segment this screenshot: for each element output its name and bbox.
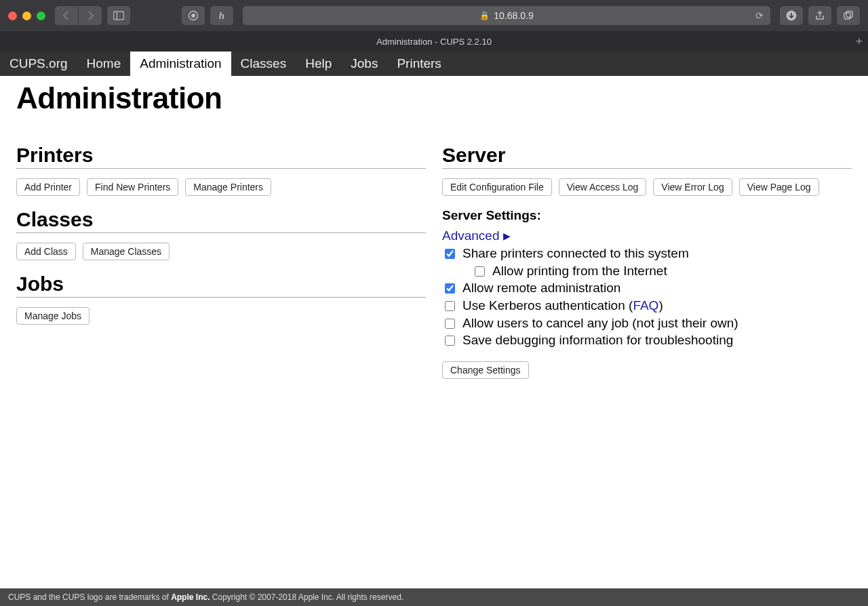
setting-allow-internet-printing[interactable]: Allow printing from the Internet [472, 262, 852, 280]
lock-icon: 🔒 [479, 11, 490, 20]
setting-cancel-any-job[interactable]: Allow users to cancel any job (not just … [442, 315, 852, 332]
new-tab-button[interactable]: + [855, 35, 863, 47]
privacy-report-button[interactable] [182, 6, 205, 25]
edit-configuration-button[interactable]: Edit Configuration File [442, 178, 552, 196]
add-class-button[interactable]: Add Class [16, 243, 76, 260]
printers-heading: Printers [16, 144, 426, 169]
jobs-heading: Jobs [16, 272, 426, 298]
view-error-log-button[interactable]: View Error Log [653, 178, 732, 196]
checkbox-cancel-any-job[interactable] [445, 319, 455, 329]
manage-jobs-button[interactable]: Manage Jobs [16, 307, 90, 325]
forward-button[interactable] [79, 6, 102, 25]
manage-printers-button[interactable]: Manage Printers [185, 178, 271, 196]
tab-title[interactable]: Administration - CUPS 2.2.10 [376, 37, 492, 47]
server-settings-heading: Server Settings: [442, 208, 852, 223]
svg-rect-6 [846, 12, 852, 18]
nav-administration[interactable]: Administration [130, 52, 231, 76]
cups-nav: CUPS.org Home Administration Classes Hel… [0, 52, 868, 76]
window-close-button[interactable] [8, 12, 17, 20]
advanced-toggle[interactable]: Advanced ▶ [442, 228, 511, 243]
window-controls [8, 12, 45, 20]
window-minimize-button[interactable] [22, 12, 31, 20]
nav-cups-org[interactable]: CUPS.org [0, 52, 77, 76]
back-button[interactable] [55, 6, 78, 25]
footer: CUPS and the CUPS logo are trademarks of… [0, 588, 868, 606]
nav-help[interactable]: Help [296, 52, 341, 76]
svg-rect-5 [844, 13, 850, 19]
setting-save-debug-info[interactable]: Save debugging information for troublesh… [442, 331, 852, 349]
server-settings-list: Share printers connected to this system … [442, 245, 852, 349]
find-new-printers-button[interactable]: Find New Printers [87, 178, 178, 196]
sidebar-toggle-button[interactable] [107, 6, 130, 25]
svg-point-3 [192, 14, 195, 18]
window-zoom-button[interactable] [37, 12, 45, 20]
svg-rect-0 [113, 12, 123, 20]
nav-classes[interactable]: Classes [231, 52, 296, 76]
url-host: 10.68.0.9 [494, 10, 533, 21]
kerberos-faq-link[interactable]: FAQ [633, 298, 658, 312]
address-bar[interactable]: 🔒 10.68.0.9 ⟳ [243, 6, 770, 25]
change-settings-button[interactable]: Change Settings [442, 361, 529, 379]
setting-kerberos-auth[interactable]: Use Kerberos authentication (FAQ) [442, 297, 852, 315]
setting-allow-remote-admin[interactable]: Allow remote administration [442, 279, 852, 297]
downloads-button[interactable] [780, 6, 803, 25]
checkbox-allow-remote-admin[interactable] [445, 283, 455, 294]
left-column: Printers Add Printer Find New Printers M… [16, 144, 426, 379]
nav-back-forward-group [55, 6, 102, 25]
page-title: Administration [0, 81, 868, 115]
view-page-log-button[interactable]: View Page Log [739, 178, 819, 196]
server-heading: Server [442, 144, 852, 169]
browser-toolbar: h 🔒 10.68.0.9 ⟳ [0, 0, 868, 31]
setting-share-printers[interactable]: Share printers connected to this system [442, 245, 852, 262]
checkbox-kerberos-auth[interactable] [445, 301, 455, 311]
checkbox-allow-internet-printing[interactable] [475, 266, 485, 277]
share-button[interactable] [808, 6, 831, 25]
triangle-right-icon: ▶ [503, 230, 511, 241]
checkbox-save-debug-info[interactable] [445, 336, 455, 346]
tab-strip: Administration - CUPS 2.2.10 + [0, 31, 868, 52]
nav-home[interactable]: Home [77, 52, 131, 76]
view-access-log-button[interactable]: View Access Log [559, 178, 647, 196]
right-column: Server Edit Configuration File View Acce… [442, 144, 852, 379]
tabs-button[interactable] [837, 6, 860, 25]
reload-icon[interactable]: ⟳ [755, 10, 764, 21]
checkbox-share-printers[interactable] [445, 249, 455, 259]
add-printer-button[interactable]: Add Printer [16, 178, 80, 196]
classes-heading: Classes [16, 208, 426, 233]
nav-printers[interactable]: Printers [387, 52, 450, 76]
extension-button[interactable]: h [210, 6, 233, 25]
nav-jobs[interactable]: Jobs [341, 52, 387, 76]
manage-classes-button[interactable]: Manage Classes [83, 243, 170, 260]
footer-owner: Apple Inc. [171, 592, 210, 602]
